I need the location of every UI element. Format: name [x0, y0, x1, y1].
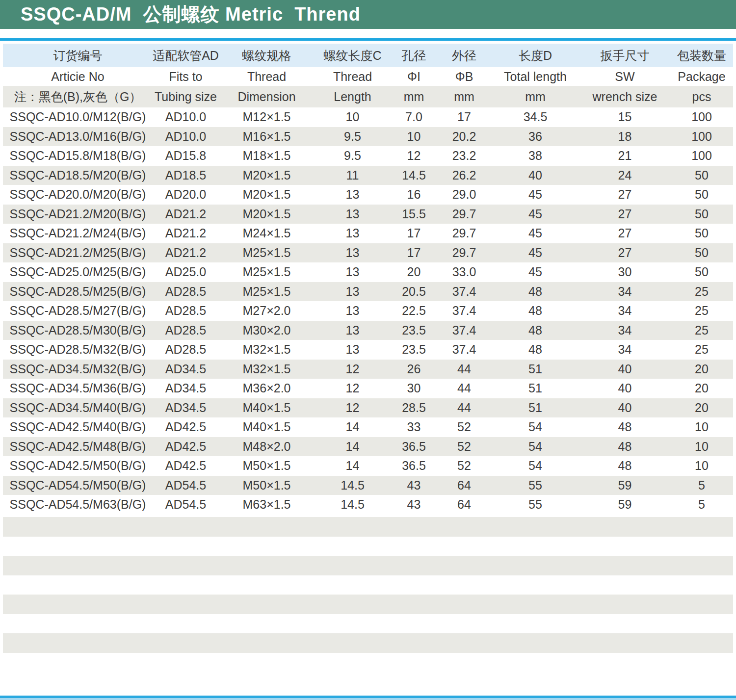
table-cell: 27: [579, 205, 670, 224]
table-cell: 45: [491, 243, 579, 263]
table-cell: 36.5: [391, 437, 437, 457]
table-row: SSQC-AD54.5/M50(B/G)AD54.5M50×1.514.5436…: [3, 476, 733, 495]
table-row: SSQC-AD42.5/M48(B/G)AD42.5M48×2.01436.55…: [3, 437, 733, 457]
table-cell: 5: [670, 495, 733, 515]
table-cell: 30: [391, 379, 437, 398]
table-cell: 13: [315, 321, 391, 340]
table-row: SSQC-AD15.8/M18(B/G)AD15.8M18×1.59.51223…: [3, 146, 733, 166]
table-cell: 38: [491, 146, 579, 166]
table-cell: M18×1.5: [219, 146, 315, 166]
table-cell: 55: [491, 495, 579, 515]
table-cell: 25: [670, 301, 733, 321]
table-cell: 17: [437, 107, 491, 127]
table-cell: AD28.5: [153, 340, 219, 360]
table-cell: AD54.5: [153, 495, 219, 515]
table-cell: M32×1.5: [219, 360, 315, 379]
table-cell: 34: [579, 340, 670, 360]
table-cell: 12: [315, 398, 391, 418]
table-cell: 20: [670, 360, 733, 379]
table-cell: 10: [670, 417, 733, 437]
accent-divider-top: [0, 38, 736, 41]
table-cell: SSQC-AD34.5/M36(B/G): [3, 379, 153, 398]
empty-row-band: [3, 556, 733, 575]
table-cell: SSQC-AD21.2/M24(B/G): [3, 224, 153, 243]
table-cell: 34.5: [491, 107, 579, 127]
table-cell: 51: [491, 360, 579, 379]
header-row-sub: 注：黑色(B),灰色（G）Tubing sizeDimensionLengthm…: [3, 86, 733, 107]
table-cell: 13: [315, 205, 391, 224]
table-row: SSQC-AD25.0/M25(B/G)AD25.0M25×1.5132033.…: [3, 262, 733, 282]
table-cell: 22.5: [391, 301, 437, 321]
column-header-cn-1: 适配软管AD: [153, 44, 219, 67]
table-cell: 15: [579, 107, 670, 127]
column-header-sub-6: mm: [491, 86, 579, 107]
table-cell: 17: [391, 243, 437, 263]
table-cell: 20: [670, 398, 733, 418]
column-header-sub-3: Length: [315, 86, 391, 107]
table-cell: 11: [315, 166, 391, 185]
table-cell: 52: [437, 456, 491, 476]
table-cell: 36.5: [391, 456, 437, 476]
table-row: SSQC-AD42.5/M40(B/G)AD42.5M40×1.51433525…: [3, 417, 733, 437]
table-row: SSQC-AD10.0/M12(B/G)AD10.0M12×1.5107.017…: [3, 107, 733, 127]
table-cell: 59: [579, 476, 670, 495]
table-row: SSQC-AD20.0/M20(B/G)AD20.0M20×1.5131629.…: [3, 185, 733, 205]
table-cell: SSQC-AD20.0/M20(B/G): [3, 185, 153, 205]
table-cell: 34: [579, 321, 670, 340]
table-cell: AD18.5: [153, 166, 219, 185]
table-cell: 64: [437, 476, 491, 495]
table-cell: AD28.5: [153, 282, 219, 302]
table-cell: 14.5: [315, 495, 391, 515]
table-cell: 37.4: [437, 301, 491, 321]
table-cell: M25×1.5: [219, 282, 315, 302]
column-header-sub-2: Dimension: [219, 86, 315, 107]
table-cell: 23.5: [391, 321, 437, 340]
spec-table: 订货编号适配软管AD螺纹规格螺纹长度C孔径外径长度D扳手尺寸包装数量Artici…: [3, 44, 733, 515]
column-header-en-0: Articie No: [3, 67, 153, 86]
table-row: SSQC-AD28.5/M25(B/G)AD28.5M25×1.51320.53…: [3, 282, 733, 302]
column-header-en-6: Total length: [491, 67, 579, 86]
table-cell: 50: [670, 243, 733, 263]
table-row: SSQC-AD18.5/M20(B/G)AD18.5M20×1.51114.52…: [3, 166, 733, 185]
table-cell: AD34.5: [153, 360, 219, 379]
table-cell: 36: [491, 127, 579, 147]
table-cell: AD28.5: [153, 321, 219, 340]
table-cell: 48: [491, 301, 579, 321]
table-cell: M16×1.5: [219, 127, 315, 147]
column-header-cn-2: 螺纹规格: [219, 44, 315, 67]
table-cell: SSQC-AD42.5/M40(B/G): [3, 417, 153, 437]
table-cell: M36×2.0: [219, 379, 315, 398]
table-cell: AD42.5: [153, 417, 219, 437]
column-header-sub-1: Tubing size: [153, 86, 219, 107]
table-cell: 64: [437, 495, 491, 515]
table-cell: AD42.5: [153, 437, 219, 457]
table-cell: M50×1.5: [219, 476, 315, 495]
empty-row-band: [3, 595, 733, 614]
table-cell: SSQC-AD15.8/M18(B/G): [3, 146, 153, 166]
table-cell: 27: [579, 224, 670, 243]
table-cell: 18: [579, 127, 670, 147]
table-cell: AD10.0: [153, 107, 219, 127]
table-row: SSQC-AD34.5/M36(B/G)AD34.5M36×2.01230445…: [3, 379, 733, 398]
table-cell: 20.2: [437, 127, 491, 147]
table-cell: AD15.8: [153, 146, 219, 166]
table-cell: M25×1.5: [219, 243, 315, 263]
table-row: SSQC-AD21.2/M25(B/G)AD21.2M25×1.5131729.…: [3, 243, 733, 263]
table-cell: M20×1.5: [219, 185, 315, 205]
table-row: SSQC-AD28.5/M27(B/G)AD28.5M27×2.01322.53…: [3, 301, 733, 321]
table-cell: M50×1.5: [219, 456, 315, 476]
column-header-cn-3: 螺纹长度C: [315, 44, 391, 67]
table-cell: SSQC-AD21.2/M25(B/G): [3, 243, 153, 263]
table-cell: 37.4: [437, 321, 491, 340]
table-cell: 10: [670, 456, 733, 476]
table-cell: AD20.0: [153, 185, 219, 205]
table-cell: SSQC-AD13.0/M16(B/G): [3, 127, 153, 147]
table-cell: 55: [491, 476, 579, 495]
table-cell: M40×1.5: [219, 417, 315, 437]
table-cell: SSQC-AD28.5/M25(B/G): [3, 282, 153, 302]
table-cell: 23.2: [437, 146, 491, 166]
table-cell: 34: [579, 301, 670, 321]
table-row: SSQC-AD34.5/M32(B/G)AD34.5M32×1.51226445…: [3, 360, 733, 379]
catalog-page: SSQC-AD/M 公制螺纹 Metric Thrend 订货编号适配软管AD螺…: [0, 0, 736, 653]
table-cell: AD21.2: [153, 224, 219, 243]
